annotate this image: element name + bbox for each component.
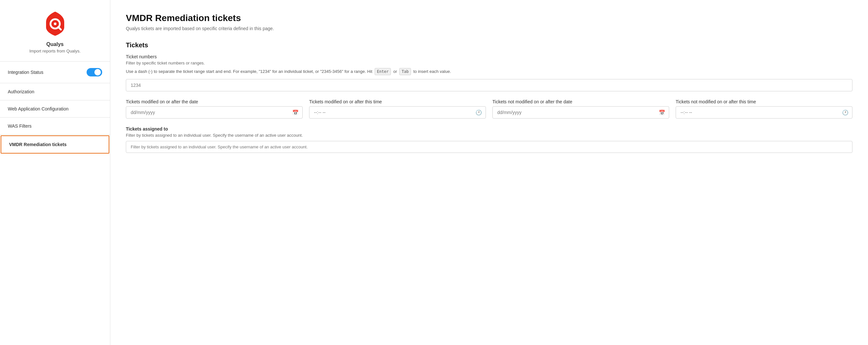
enter-kbd: Enter: [375, 68, 391, 75]
calendar-icon-2: 📅: [659, 109, 665, 116]
modified-after-time-input[interactable]: [309, 106, 486, 118]
ticket-note-middle: or: [393, 69, 397, 74]
sidebar-logo-section: Qualys Import reports from Qualys.: [0, 0, 110, 62]
sidebar-item-web-application-configuration[interactable]: Web Application Configuration: [0, 100, 110, 117]
toggle-slider: [87, 68, 102, 76]
integration-status-label: Integration Status: [8, 70, 43, 75]
modified-after-time-label: Tickets modified on or after this time: [309, 99, 486, 104]
page-title: VMDR Remediation tickets: [126, 13, 852, 23]
brand-name: Qualys: [46, 41, 64, 47]
ticket-numbers-sublabel: Filter by specific ticket numbers or ran…: [126, 61, 852, 65]
main-content: VMDR Remediation tickets Qualys tickets …: [110, 0, 868, 345]
integration-status-section: Integration Status: [0, 62, 110, 83]
not-modified-after-time-input[interactable]: [676, 106, 852, 118]
calendar-icon-1: 📅: [292, 109, 299, 116]
clock-icon-1: 🕐: [475, 109, 482, 116]
ticket-numbers-label: Ticket numbers: [126, 54, 852, 59]
tab-kbd: Tab: [399, 68, 411, 75]
svg-point-2: [54, 23, 56, 25]
modified-after-date-wrapper: 📅: [126, 106, 303, 118]
modified-after-date-input[interactable]: [126, 106, 303, 118]
tickets-assigned-label: Tickets assigned to: [126, 126, 852, 132]
modified-after-time-field: Tickets modified on or after this time 🕐: [309, 99, 486, 118]
date-time-row: Tickets modified on or after the date 📅 …: [126, 99, 852, 118]
sidebar-item-was-filters[interactable]: WAS Filters: [0, 117, 110, 135]
tickets-assigned-section: Tickets assigned to Filter by tickets as…: [126, 126, 852, 153]
ticket-note-before: Use a dash (-) to separate the ticket ra…: [126, 69, 372, 74]
not-modified-after-time-field: Tickets not modified on or after this ti…: [676, 99, 852, 118]
page-subtitle: Qualys tickets are imported based on spe…: [126, 26, 852, 31]
ticket-numbers-note: Use a dash (-) to separate the ticket ra…: [126, 68, 852, 75]
modified-after-time-wrapper: 🕐: [309, 106, 486, 118]
not-modified-after-date-wrapper: 📅: [492, 106, 669, 118]
sidebar-item-vmdr-remediation-tickets[interactable]: VMDR Remediation tickets: [1, 135, 109, 153]
integration-status-toggle[interactable]: [87, 68, 102, 76]
clock-icon-2: 🕐: [842, 109, 848, 116]
not-modified-after-time-wrapper: 🕐: [676, 106, 852, 118]
not-modified-after-date-field: Tickets not modified on or after the dat…: [492, 99, 669, 118]
brand-description: Import reports from Qualys.: [29, 48, 81, 54]
tickets-assigned-input[interactable]: [126, 141, 852, 153]
ticket-note-after: to insert each value.: [413, 69, 451, 74]
ticket-numbers-input[interactable]: [126, 79, 852, 91]
modified-after-date-label: Tickets modified on or after the date: [126, 99, 303, 104]
sidebar-nav: Authorization Web Application Configurat…: [0, 83, 110, 345]
not-modified-after-date-label: Tickets not modified on or after the dat…: [492, 99, 669, 104]
modified-after-date-field: Tickets modified on or after the date 📅: [126, 99, 303, 118]
tickets-assigned-sublabel: Filter by tickets assigned to an individ…: [126, 133, 852, 138]
sidebar: Qualys Import reports from Qualys. Integ…: [0, 0, 110, 345]
tickets-section-title: Tickets: [126, 41, 852, 49]
qualys-logo-icon: [42, 10, 68, 36]
not-modified-after-time-label: Tickets not modified on or after this ti…: [676, 99, 852, 104]
not-modified-after-date-input[interactable]: [492, 106, 669, 118]
sidebar-item-authorization[interactable]: Authorization: [0, 83, 110, 100]
